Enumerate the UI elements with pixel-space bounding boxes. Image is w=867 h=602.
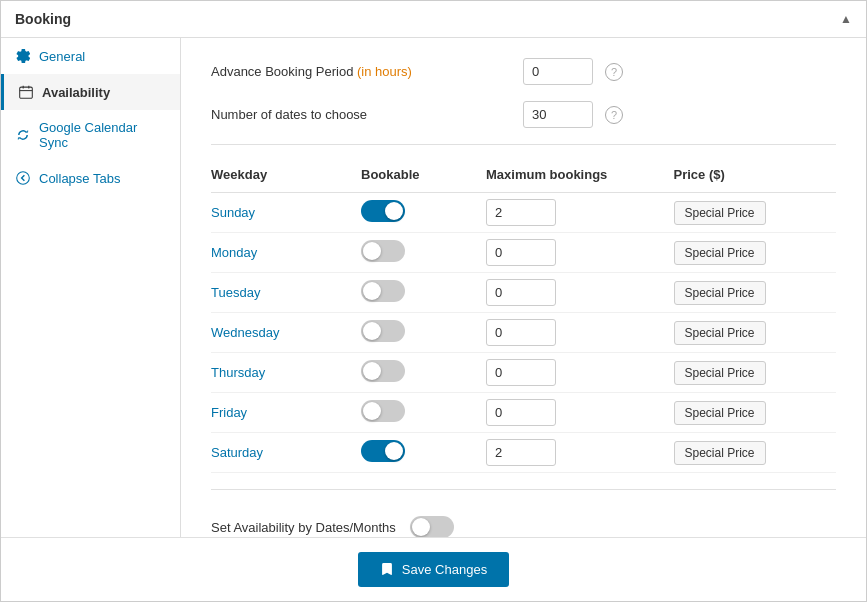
weekday-name: Friday <box>211 393 361 433</box>
special-price-button-sunday[interactable]: Special Price <box>674 201 766 225</box>
special-price-button-saturday[interactable]: Special Price <box>674 441 766 465</box>
max-bookings-input-monday[interactable] <box>486 239 556 266</box>
advance-booking-row: Advance Booking Period (in hours) ? <box>211 58 836 85</box>
weekday-name: Sunday <box>211 193 361 233</box>
toggle-thumb <box>363 362 381 380</box>
max-bookings-input-sunday[interactable] <box>486 199 556 226</box>
sidebar-item-collapse-tabs[interactable]: Collapse Tabs <box>1 160 180 196</box>
bookable-toggle-saturday[interactable] <box>361 440 405 462</box>
sidebar-item-collapse-label: Collapse Tabs <box>39 171 120 186</box>
table-row: TuesdaySpecial Price <box>211 273 836 313</box>
table-row: SaturdaySpecial Price <box>211 433 836 473</box>
bookable-toggle-thursday[interactable] <box>361 360 405 382</box>
availability-dates-label: Set Availability by Dates/Months <box>211 520 396 535</box>
availability-dates-toggle[interactable] <box>410 516 454 537</box>
num-dates-label: Number of dates to choose <box>211 107 511 122</box>
toggle-thumb <box>363 322 381 340</box>
page-title: Booking <box>15 11 71 27</box>
toggle-thumb <box>385 202 403 220</box>
table-row: FridaySpecial Price <box>211 393 836 433</box>
sidebar-item-general[interactable]: General <box>1 38 180 74</box>
special-price-button-friday[interactable]: Special Price <box>674 401 766 425</box>
bookable-toggle-monday[interactable] <box>361 240 405 262</box>
sidebar-item-general-label: General <box>39 49 85 64</box>
toggle-thumb <box>412 518 430 536</box>
sidebar-item-google-calendar-sync[interactable]: Google Calendar Sync <box>1 110 180 160</box>
save-icon <box>380 561 394 578</box>
special-price-button-wednesday[interactable]: Special Price <box>674 321 766 345</box>
table-row: WednesdaySpecial Price <box>211 313 836 353</box>
max-bookings-input-tuesday[interactable] <box>486 279 556 306</box>
special-price-button-tuesday[interactable]: Special Price <box>674 281 766 305</box>
col-header-price: Price ($) <box>674 161 837 193</box>
col-header-bookable: Bookable <box>361 161 486 193</box>
bookable-toggle-wednesday[interactable] <box>361 320 405 342</box>
calendar-icon <box>18 84 34 100</box>
content-area: Advance Booking Period (in hours) ? Numb… <box>181 38 866 537</box>
collapse-icon[interactable]: ▲ <box>840 12 852 26</box>
bookable-toggle-tuesday[interactable] <box>361 280 405 302</box>
sync-icon <box>15 127 31 143</box>
max-bookings-input-wednesday[interactable] <box>486 319 556 346</box>
availability-dates-row: Set Availability by Dates/Months <box>211 506 836 537</box>
max-bookings-input-thursday[interactable] <box>486 359 556 386</box>
toggle-thumb <box>363 242 381 260</box>
toggle-thumb <box>385 442 403 460</box>
special-price-button-monday[interactable]: Special Price <box>674 241 766 265</box>
toggle-thumb <box>363 402 381 420</box>
weekday-name: Wednesday <box>211 313 361 353</box>
bookable-toggle-friday[interactable] <box>361 400 405 422</box>
page-header: Booking ▲ <box>1 1 866 38</box>
divider-2 <box>211 489 836 490</box>
footer-bar: Save Changes <box>1 537 866 601</box>
svg-rect-0 <box>20 87 33 98</box>
table-row: MondaySpecial Price <box>211 233 836 273</box>
max-bookings-input-friday[interactable] <box>486 399 556 426</box>
num-dates-input[interactable] <box>523 101 593 128</box>
advance-booking-label: Advance Booking Period (in hours) <box>211 64 511 79</box>
page-wrapper: Booking ▲ General <box>0 0 867 602</box>
weekday-name: Tuesday <box>211 273 361 313</box>
sidebar: General Availability <box>1 38 181 537</box>
num-dates-help-icon[interactable]: ? <box>605 106 623 124</box>
sidebar-item-availability[interactable]: Availability <box>1 74 180 110</box>
col-header-max-bookings: Maximum bookings <box>486 161 674 193</box>
num-dates-row: Number of dates to choose ? <box>211 101 836 128</box>
gear-icon <box>15 48 31 64</box>
arrow-left-icon <box>15 170 31 186</box>
special-price-button-thursday[interactable]: Special Price <box>674 361 766 385</box>
main-layout: General Availability <box>1 38 866 537</box>
divider-1 <box>211 144 836 145</box>
save-button[interactable]: Save Changes <box>358 552 509 587</box>
col-header-weekday: Weekday <box>211 161 361 193</box>
sidebar-item-availability-label: Availability <box>42 85 110 100</box>
weekday-table: Weekday Bookable Maximum bookings Price … <box>211 161 836 473</box>
svg-point-4 <box>17 172 30 185</box>
weekday-name: Saturday <box>211 433 361 473</box>
toggle-thumb <box>363 282 381 300</box>
advance-booking-help-icon[interactable]: ? <box>605 63 623 81</box>
table-row: ThursdaySpecial Price <box>211 353 836 393</box>
max-bookings-input-saturday[interactable] <box>486 439 556 466</box>
weekday-name: Monday <box>211 233 361 273</box>
sidebar-item-google-label: Google Calendar Sync <box>39 120 166 150</box>
weekday-name: Thursday <box>211 353 361 393</box>
save-label: Save Changes <box>402 562 487 577</box>
bookable-toggle-sunday[interactable] <box>361 200 405 222</box>
table-row: SundaySpecial Price <box>211 193 836 233</box>
advance-booking-input[interactable] <box>523 58 593 85</box>
